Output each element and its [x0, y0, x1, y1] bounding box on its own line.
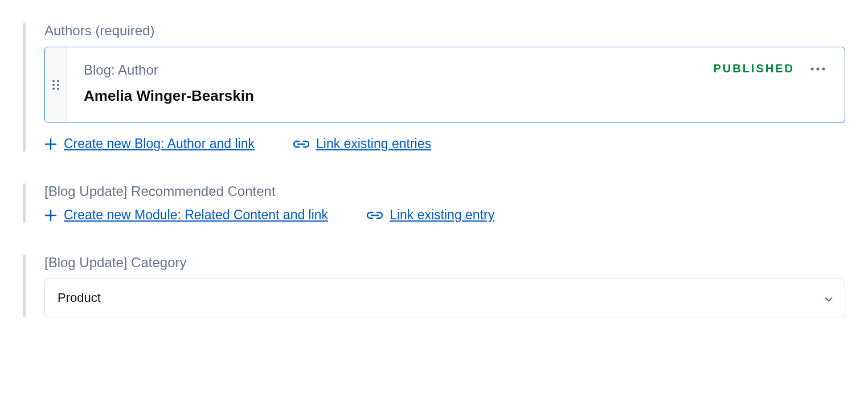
category-select-wrapper: Product: [44, 279, 845, 317]
drag-handle[interactable]: [45, 47, 67, 122]
authors-field: Authors (required) Blog: Author Amelia W…: [23, 23, 845, 152]
plus-icon: [44, 138, 57, 150]
category-label: [Blog Update] Category: [44, 255, 845, 271]
authors-label: Authors (required): [44, 23, 845, 39]
link-existing-related-content[interactable]: Link existing entry: [367, 207, 494, 223]
link-icon: [367, 211, 383, 219]
link-existing-related-content-label: Link existing entry: [390, 207, 494, 223]
more-icon: [810, 67, 825, 71]
author-entry-card[interactable]: Blog: Author Amelia Winger-Bearskin PUBL…: [44, 47, 845, 122]
drag-icon: [52, 79, 60, 91]
svg-point-7: [816, 67, 819, 70]
create-related-content-label: Create new Module: Related Content and l…: [64, 207, 328, 223]
create-related-content-link[interactable]: Create new Module: Related Content and l…: [44, 207, 328, 223]
svg-point-6: [810, 67, 813, 70]
entry-body: Blog: Author Amelia Winger-Bearskin PUBL…: [67, 47, 845, 122]
status-badge: PUBLISHED: [713, 62, 795, 75]
entry-title: Amelia Winger-Bearskin: [84, 87, 254, 105]
svg-point-3: [57, 84, 59, 86]
link-icon: [293, 140, 309, 148]
authors-actions: Create new Blog: Author and link Link ex…: [44, 136, 845, 152]
category-field: [Blog Update] Category Product: [23, 255, 845, 317]
svg-point-8: [822, 67, 825, 70]
content-type-label: Blog: Author: [84, 62, 254, 78]
plus-icon: [44, 209, 57, 222]
category-select[interactable]: Product: [44, 279, 845, 317]
svg-point-5: [57, 88, 59, 90]
svg-point-4: [52, 88, 55, 90]
svg-point-0: [52, 80, 55, 82]
link-existing-authors[interactable]: Link existing entries: [293, 136, 431, 152]
create-author-label: Create new Blog: Author and link: [64, 136, 255, 152]
entry-text: Blog: Author Amelia Winger-Bearskin: [84, 62, 254, 105]
svg-point-1: [57, 80, 59, 82]
create-author-link[interactable]: Create new Blog: Author and link: [44, 136, 255, 152]
recommended-actions: Create new Module: Related Content and l…: [44, 207, 845, 223]
entry-right: PUBLISHED: [713, 62, 828, 75]
link-existing-authors-label: Link existing entries: [316, 136, 431, 152]
entry-more-button[interactable]: [808, 65, 828, 73]
recommended-content-field: [Blog Update] Recommended Content Create…: [23, 183, 845, 223]
svg-point-2: [52, 84, 55, 86]
recommended-content-label: [Blog Update] Recommended Content: [44, 183, 845, 199]
